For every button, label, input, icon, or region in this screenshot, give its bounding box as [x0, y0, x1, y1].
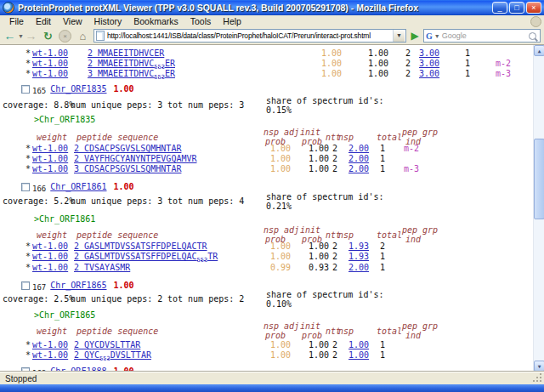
pep-grp-ind: m-2 [404, 144, 419, 154]
page-icon [96, 31, 105, 41]
scroll-down-icon[interactable]: ▼ [534, 361, 544, 372]
protein-row: 165 Chr_ORF1835 1.00 [21, 83, 134, 94]
peptide-link[interactable]: 3 MMAEEITDHVC553ER [88, 69, 175, 82]
peptide-star: * [26, 350, 31, 361]
weight-link[interactable]: wt-1.00 [32, 340, 68, 350]
close-button[interactable]: × [526, 2, 541, 14]
protein-link[interactable]: Chr_ORF1865 [50, 281, 106, 291]
peptide-row: * wt-1.00 3 CDSACPSGVSLSQMHNTAR 1.00 1.0… [0, 164, 533, 174]
weight-link[interactable]: wt-1.00 [32, 59, 68, 69]
activity-throbber-icon [530, 16, 541, 27]
vertical-scrollbar[interactable]: ▲ ▼ [533, 45, 544, 372]
resize-grip[interactable] [540, 380, 541, 382]
peptide-seq: 2 GASLMTDVSSATSFFDPELQAC [74, 252, 197, 261]
weight-link[interactable]: wt-1.00 [32, 69, 68, 79]
ntt-value: 2 [332, 340, 337, 350]
nsp-link[interactable]: 3.00 [419, 48, 439, 59]
search-engine-dropdown-icon[interactable]: ▼ [434, 33, 440, 39]
peptide-link[interactable]: 2 TVSAYASMR [74, 263, 130, 276]
url-input[interactable]: http://localhost:1441/ISB/data/class/Pro… [107, 31, 393, 40]
protein-checkbox[interactable] [21, 281, 30, 290]
search-input[interactable]: Google [442, 31, 529, 40]
nsp-link[interactable]: 1.00 [348, 350, 369, 361]
nsp-adj-prob: 1.00 [321, 59, 342, 69]
protein-link[interactable]: Chr_ORF1861 [50, 182, 106, 192]
back-history-dropdown-icon[interactable]: ▼ [18, 33, 23, 39]
nsp-link[interactable]: 3.00 [419, 59, 439, 69]
protein-checkbox[interactable] [21, 85, 30, 94]
weight-link[interactable]: wt-1.00 [32, 48, 68, 59]
menu-view[interactable]: View [57, 16, 88, 26]
home-icon[interactable]: ⌂ [76, 30, 89, 43]
scrollbar-thumb[interactable] [534, 139, 544, 219]
weight-link[interactable]: wt-1.00 [32, 164, 68, 174]
nsp-link[interactable]: 3.00 [419, 69, 439, 79]
search-icon[interactable] [529, 32, 536, 40]
weight-link[interactable]: wt-1.00 [32, 252, 68, 262]
back-icon[interactable]: ← [3, 29, 16, 43]
protein-row: 166 Chr_ORF1861 1.00 [21, 181, 134, 192]
protein-checkbox[interactable] [21, 183, 30, 191]
peptide-seq-rest: ER [165, 69, 175, 78]
total-value: 1 [380, 350, 385, 361]
init-prob: 1.00 [309, 252, 329, 262]
nsp-link[interactable]: 2.00 [348, 144, 369, 154]
url-dropdown-icon[interactable]: ▼ [393, 30, 405, 42]
nsp-link[interactable]: 1.00 [348, 340, 369, 350]
peptide-row: * wt-1.00 2 CDSACPSGVSLSQMHNTAR 1.00 1.0… [0, 144, 533, 154]
search-bar[interactable]: G ▼ Google [423, 29, 541, 43]
scroll-up-icon[interactable]: ▲ [534, 45, 544, 56]
col-nsp: nsp [338, 230, 354, 241]
address-bar[interactable]: http://localhost:1441/ISB/data/class/Pro… [94, 29, 406, 43]
peptide-star: * [26, 59, 31, 69]
protein-link[interactable]: Chr_ORF1835 [50, 84, 106, 94]
peptide-link[interactable]: 2 QYC553DVSLTTAR [74, 350, 151, 364]
weight-link[interactable]: wt-1.00 [32, 350, 68, 361]
peptide-seq: 3 CDSACPSGVSLSQMHNTAR [74, 164, 181, 173]
peptide-seq: 2 QYCDVSLTTAR [74, 340, 140, 349]
menu-edit[interactable]: Edit [30, 16, 57, 26]
window-titlebar: ProteinProphet protXML Viewer (TPP v3.0 … [0, 0, 544, 15]
nsp-link[interactable]: 2.00 [348, 154, 369, 164]
minimize-button[interactable]: _ [492, 2, 507, 14]
init-prob: 1.00 [368, 48, 388, 59]
col-weight: weight [37, 133, 67, 143]
init-prob: 1.00 [309, 350, 329, 361]
peptide-seq: 2 MMAEEITDHVC [88, 59, 154, 68]
peptide-row: * wt-1.00 2 QYC553DVSLTTAR 1.00 1.00 2 1… [0, 350, 533, 361]
ntt-value: 2 [332, 350, 337, 361]
init-prob: 1.00 [309, 340, 329, 350]
nsp-link[interactable]: 1.93 [348, 241, 369, 252]
menu-tools[interactable]: Tools [184, 16, 218, 26]
init-prob: 1.00 [368, 69, 388, 79]
menu-help[interactable]: Help [217, 16, 247, 26]
windows-taskbar [0, 384, 544, 392]
weight-link[interactable]: wt-1.00 [32, 263, 68, 273]
nsp-link[interactable]: 2.00 [348, 164, 369, 174]
peptide-star: * [26, 241, 31, 252]
col-peptide-sequence: peptide sequence [76, 133, 158, 143]
total-value: 1 [380, 340, 385, 350]
menu-file[interactable]: File [3, 16, 30, 26]
stop-icon[interactable]: × [59, 30, 71, 43]
weight-link[interactable]: wt-1.00 [32, 241, 68, 252]
col-total: total [377, 327, 402, 337]
nsp-link[interactable]: 1.93 [348, 252, 369, 262]
peptide-star: * [26, 48, 31, 59]
go-button[interactable]: ▶ [408, 30, 422, 42]
peptide-link[interactable]: 3 CDSACPSGVSLSQMHNTAR [74, 164, 181, 178]
nsp-link[interactable]: 2.00 [348, 263, 369, 273]
forward-icon[interactable]: → [25, 29, 37, 43]
peptide-row: * wt-1.00 2 MMAEEITDHVCER 1.00 1.00 2 3.… [0, 48, 533, 59]
menu-history[interactable]: History [88, 16, 128, 26]
peptide-seq: 2 MMAEEITDHVCER [88, 48, 164, 58]
fasta-name: >Chr_ORF1865 [34, 310, 95, 321]
menu-bookmarks[interactable]: Bookmarks [128, 16, 184, 26]
reload-icon[interactable]: ↻ [42, 30, 54, 43]
maximize-button[interactable]: □ [509, 2, 524, 14]
init-prob: 1.00 [309, 241, 329, 252]
peptide-row: * wt-1.00 2 TVSAYASMR 0.99 0.93 2 2.00 1 [0, 263, 533, 273]
total-value: 1 [465, 48, 470, 59]
weight-link[interactable]: wt-1.00 [32, 144, 68, 154]
weight-link[interactable]: wt-1.00 [32, 154, 68, 164]
